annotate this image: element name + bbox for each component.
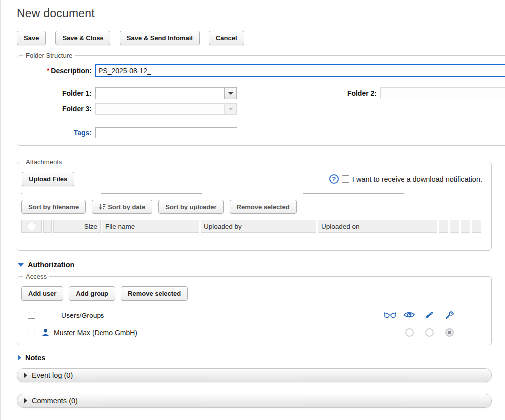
uploaded-by-column-header[interactable]: Uploaded by (201, 220, 316, 233)
extra-column-header (439, 220, 448, 233)
separator (21, 82, 505, 82)
add-user-button[interactable]: Add user (21, 286, 63, 301)
save-button[interactable]: Save (17, 31, 46, 45)
folder-structure-legend: Folder Structure (23, 52, 75, 59)
folder1-input[interactable] (96, 88, 224, 99)
tags-input[interactable] (95, 127, 237, 138)
eye-icon[interactable] (404, 311, 415, 320)
folder3-dropdown-button (224, 104, 236, 114)
separator (21, 193, 482, 194)
description-label: *Description: (21, 67, 95, 75)
chevron-down-icon (228, 92, 233, 95)
select-all-cell (21, 220, 42, 233)
folder1-dropdown-button[interactable] (224, 88, 236, 99)
icon-column-header (43, 220, 52, 233)
sort-by-date-button[interactable]: Sort by date (92, 200, 152, 214)
comments-bar[interactable]: Comments (0) (17, 394, 492, 408)
folder3-label: Folder 3: (21, 105, 95, 113)
event-log-label: Event log (0) (32, 371, 73, 379)
user-name: Muster Max (Demo GmbH) (54, 329, 137, 337)
description-input[interactable] (95, 64, 505, 77)
access-table-header-row: Users/Groups (21, 307, 482, 324)
upload-files-button[interactable]: Upload Files (22, 172, 74, 186)
save-close-button[interactable]: Save & Close (55, 31, 110, 45)
folder1-combobox[interactable] (95, 87, 237, 99)
folder3-input (96, 104, 224, 114)
title-divider (17, 25, 492, 25)
extra-column-header (472, 220, 481, 233)
expand-arrow-icon (24, 373, 27, 378)
permission-radio-full[interactable] (445, 328, 454, 337)
permission-radio-edit[interactable] (425, 328, 434, 337)
page-title: New document (17, 7, 492, 20)
cancel-button[interactable]: Cancel (209, 31, 244, 45)
notes-section-toggle[interactable]: Notes (18, 354, 492, 362)
comments-label: Comments (0) (32, 397, 78, 405)
save-send-infomail-button[interactable]: Save & Send Infomail (120, 31, 200, 45)
download-notification-label: I want to receive a download notificatio… (352, 175, 482, 183)
user-row-checkbox[interactable] (28, 329, 35, 336)
access-select-all-checkbox[interactable] (28, 312, 35, 319)
add-group-button[interactable]: Add group (69, 286, 115, 301)
users-groups-header: Users/Groups (61, 312, 104, 319)
access-table: Users/Groups Muster Max (Demo GmbH) (21, 307, 482, 341)
toolbar: Save Save & Close Save & Send Infomail C… (17, 31, 492, 45)
expand-arrow-icon (24, 398, 27, 403)
sort-by-filename-button[interactable]: Sort by filename (21, 200, 86, 214)
notes-title: Notes (25, 354, 45, 362)
remove-selected-access-button[interactable]: Remove selected (121, 286, 188, 301)
select-all-checkbox[interactable] (28, 223, 35, 230)
key-icon[interactable] (445, 311, 454, 320)
sort-by-uploader-button[interactable]: Sort by uploader (158, 200, 223, 214)
chevron-down-icon (228, 108, 233, 110)
attachments-table-header: Size File name Uploaded by Uploaded on (21, 220, 482, 233)
remove-selected-attachments-button[interactable]: Remove selected (230, 200, 297, 214)
folder2-combobox (380, 87, 505, 99)
uploaded-on-column-header[interactable]: Uploaded on (318, 220, 437, 233)
help-icon[interactable]: ? (329, 174, 339, 184)
separator (21, 122, 505, 122)
download-notification-checkbox[interactable] (342, 175, 349, 183)
access-fieldset: Access Add user Add group Remove selecte… (17, 273, 492, 345)
download-notification-group: ? I want to receive a download notificat… (329, 174, 482, 184)
expand-arrow-icon (18, 355, 21, 361)
access-legend: Access (23, 273, 49, 280)
size-column-header[interactable]: Size (53, 220, 101, 233)
extra-column-header (461, 220, 470, 233)
authorization-title: Authorization (28, 261, 74, 269)
permission-radio-view[interactable] (405, 328, 414, 337)
file-name-column-header[interactable]: File name (102, 220, 199, 233)
sort-descending-icon (99, 203, 106, 210)
tags-label: Tags: (21, 129, 95, 137)
folder3-combobox (95, 103, 237, 115)
folder1-label: Folder 1: (21, 89, 95, 97)
event-log-bar[interactable]: Event log (0) (17, 368, 492, 382)
separator (21, 239, 482, 239)
folder2-input (381, 88, 505, 99)
authorization-section-toggle[interactable]: Authorization (18, 261, 492, 269)
folder-structure-fieldset: Folder Structure *Description: Folder 1:… (17, 52, 505, 146)
page: New document Save Save & Close Save & Se… (0, 0, 505, 420)
pencil-icon[interactable] (425, 311, 434, 320)
folder2-label: Folder 2: (298, 89, 380, 97)
glasses-icon[interactable] (384, 311, 396, 320)
attachments-fieldset: Attachments Upload Files ? I want to rec… (17, 158, 492, 251)
attachments-legend: Attachments (23, 158, 64, 166)
user-icon (42, 329, 49, 337)
access-user-row: Muster Max (Demo GmbH) (21, 324, 482, 341)
required-marker: * (47, 67, 49, 74)
collapse-arrow-icon (18, 263, 24, 267)
extra-column-header (450, 220, 459, 233)
